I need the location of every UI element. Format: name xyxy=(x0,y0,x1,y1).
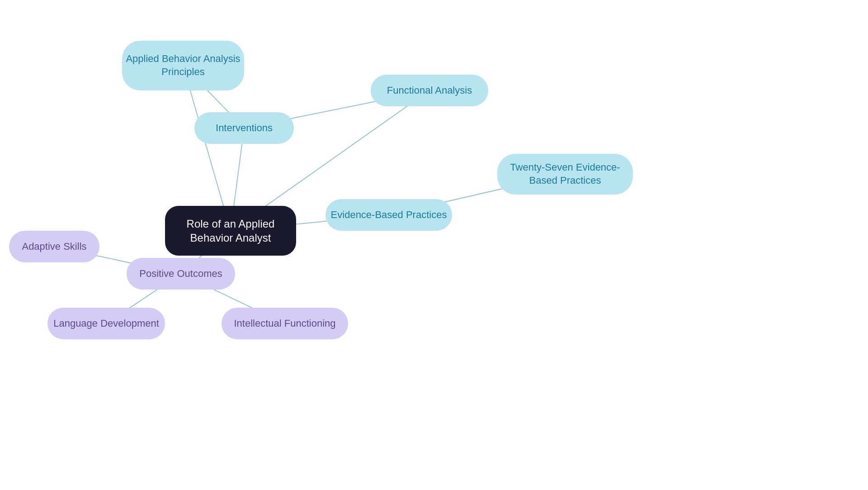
aba-node-label: Applied Behavior Analysis Principles xyxy=(122,52,244,78)
positive-node: Positive Outcomes xyxy=(127,258,235,290)
functional-node: Functional Analysis xyxy=(371,75,488,106)
center-node: Role of an Applied Behavior Analyst xyxy=(165,206,296,256)
positive-node-label: Positive Outcomes xyxy=(139,267,222,281)
interventions-node-label: Interventions xyxy=(216,122,273,135)
twenty-seven-node: Twenty-Seven Evidence-Based Practices xyxy=(497,154,633,195)
intellectual-node-label: Intellectual Functioning xyxy=(234,317,335,330)
center-node-label: Role of an Applied Behavior Analyst xyxy=(165,217,296,245)
adaptive-node-label: Adaptive Skills xyxy=(22,240,86,253)
functional-node-label: Functional Analysis xyxy=(387,84,472,97)
adaptive-node: Adaptive Skills xyxy=(9,231,99,262)
language-node: Language Development xyxy=(47,308,165,339)
aba-node: Applied Behavior Analysis Principles xyxy=(122,41,244,90)
intellectual-node: Intellectual Functioning xyxy=(222,308,348,339)
ebp-node-label: Evidence-Based Practices xyxy=(331,209,447,222)
ebp-node: Evidence-Based Practices xyxy=(326,199,452,231)
interventions-node: Interventions xyxy=(194,112,294,144)
language-node-label: Language Development xyxy=(53,317,159,330)
twenty-seven-node-label: Twenty-Seven Evidence-Based Practices xyxy=(497,161,633,187)
